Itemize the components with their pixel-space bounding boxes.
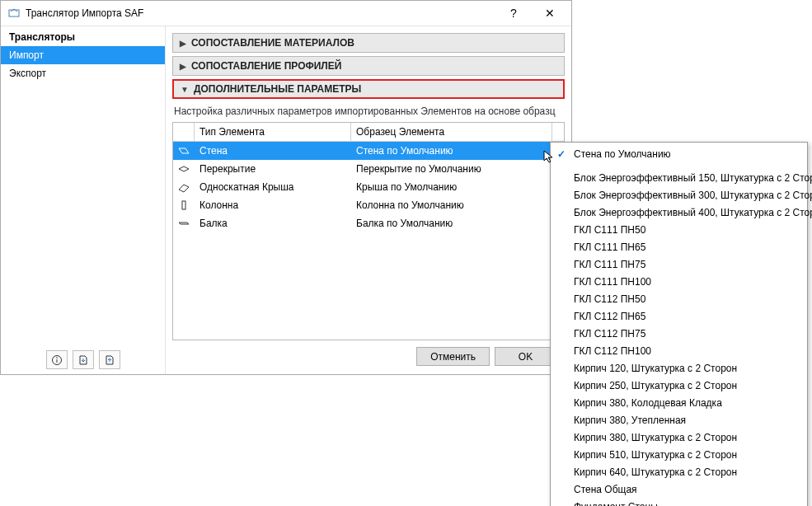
- table-row[interactable]: Колонна Колонна по Умолчанию: [173, 196, 564, 214]
- dropdown-item[interactable]: Кирпич 380, Колодцевая Кладка: [551, 395, 807, 412]
- table-row[interactable]: Односкатная Крыша Крыша по Умолчанию: [173, 178, 564, 196]
- dropdown-item[interactable]: Кирпич 380, Утепленная: [551, 412, 807, 429]
- cell-sample-text: Стена по Умолчанию: [356, 145, 453, 157]
- info-button[interactable]: [46, 350, 68, 369]
- table-header: Тип Элемента Образец Элемента: [173, 123, 564, 142]
- dropdown-item[interactable]: ГКЛ C112 ПН75: [551, 326, 807, 343]
- wall-icon: [173, 145, 195, 157]
- accordion-materials[interactable]: ▶ СОПОСТАВЛЕНИЕ МАТЕРИАЛОВ: [172, 33, 565, 53]
- dropdown-item[interactable]: Блок Энергоэффективный 300, Штукатурка с…: [551, 187, 807, 204]
- cell-sample[interactable]: Колонна по Умолчанию: [351, 199, 564, 211]
- accordion-label: СОПОСТАВЛЕНИЕ МАТЕРИАЛОВ: [191, 37, 354, 49]
- dropdown-item[interactable]: Кирпич 510, Штукатурка с 2 Сторон: [551, 447, 807, 464]
- sidebar-item-export[interactable]: Экспорт: [1, 64, 165, 82]
- dropdown-item[interactable]: Кирпич 120, Штукатурка с 2 Сторон: [551, 360, 807, 377]
- column-icon: [173, 199, 195, 211]
- column-sample[interactable]: Образец Элемента: [351, 123, 552, 141]
- dropdown-item[interactable]: ГКЛ C111 ПН50: [551, 222, 807, 239]
- help-button[interactable]: ?: [495, 2, 532, 25]
- dropdown-item[interactable]: ГКЛ C111 ПН100: [551, 274, 807, 291]
- accordion-label: СОПОСТАВЛЕНИЕ ПРОФИЛЕЙ: [191, 60, 341, 72]
- sidebar: Трансляторы Импорт Экспорт: [1, 26, 166, 374]
- column-type[interactable]: Тип Элемента: [195, 123, 351, 141]
- dropdown-item[interactable]: Стена Общая: [551, 481, 807, 499]
- slab-icon: [173, 163, 195, 175]
- table-body: Стена Стена по Умолчанию ▼ Перекрытие Пе…: [173, 142, 564, 340]
- dialog-body: Трансляторы Импорт Экспорт ▶ СОПОСТАВЛЕН…: [1, 26, 571, 374]
- accordion-additional[interactable]: ▼ ДОПОЛНИТЕЛЬНЫЕ ПАРАМЕТРЫ: [172, 79, 565, 99]
- export-file-button[interactable]: [99, 350, 120, 369]
- column-spacer: [552, 123, 564, 141]
- chevron-down-icon: ▼: [181, 85, 189, 94]
- svg-point-3: [56, 357, 58, 358]
- dropdown-item[interactable]: Блок Энергоэффективный 150, Штукатурка с…: [551, 170, 807, 187]
- chevron-right-icon: ▶: [180, 62, 186, 71]
- column-icon: [173, 123, 195, 141]
- dropdown-item[interactable]: ГКЛ C111 ПН75: [551, 256, 807, 274]
- cell-type: Перекрытие: [195, 163, 351, 175]
- beam-icon: [173, 218, 195, 229]
- close-button[interactable]: ✕: [532, 2, 568, 25]
- cell-sample[interactable]: Стена по Умолчанию ▼: [351, 145, 564, 157]
- cell-type: Балка: [195, 218, 351, 229]
- cell-sample[interactable]: Балка по Умолчанию: [351, 218, 564, 229]
- sidebar-item-import[interactable]: Импорт: [1, 46, 165, 64]
- dropdown-separator: [551, 163, 807, 170]
- table-row[interactable]: Балка Балка по Умолчанию: [173, 214, 564, 232]
- sample-dropdown: Стена по УмолчаниюБлок Энергоэффективный…: [550, 142, 808, 506]
- sidebar-header: Трансляторы: [1, 26, 165, 46]
- accordion-profiles[interactable]: ▶ СОПОСТАВЛЕНИЕ ПРОФИЛЕЙ: [172, 56, 565, 76]
- svg-rect-4: [182, 201, 185, 209]
- roof-icon: [173, 181, 195, 193]
- dialog-title: Транслятор Импорта SAF: [26, 7, 495, 19]
- section-description: Настройка различных параметров импортиро…: [172, 102, 565, 122]
- dialog-window: Транслятор Импорта SAF ? ✕ Трансляторы И…: [0, 0, 572, 375]
- dropdown-item[interactable]: Кирпич 640, Штукатурка с 2 Сторон: [551, 464, 807, 481]
- sidebar-toolbar: [1, 345, 165, 374]
- cell-sample[interactable]: Крыша по Умолчанию: [351, 181, 564, 193]
- cell-type: Односкатная Крыша: [195, 181, 351, 193]
- cancel-button[interactable]: Отменить: [416, 347, 490, 366]
- sidebar-items: Импорт Экспорт: [1, 46, 165, 345]
- table-row[interactable]: Стена Стена по Умолчанию ▼: [173, 142, 564, 160]
- dropdown-item[interactable]: Блок Энергоэффективный 400, Штукатурка с…: [551, 204, 807, 222]
- cell-sample[interactable]: Перекрытие по Умолчанию: [351, 163, 564, 175]
- dropdown-item[interactable]: Фундамент Стены: [551, 499, 807, 506]
- dropdown-item[interactable]: Кирпич 380, Штукатурка с 2 Сторон: [551, 429, 807, 447]
- cell-type: Колонна: [195, 199, 351, 211]
- accordion-label: ДОПОЛНИТЕЛЬНЫЕ ПАРАМЕТРЫ: [194, 83, 361, 95]
- dropdown-item[interactable]: ГКЛ C111 ПН65: [551, 239, 807, 256]
- app-icon: [7, 7, 21, 20]
- dropdown-item[interactable]: Кирпич 250, Штукатурка с 2 Сторон: [551, 377, 807, 395]
- dropdown-item[interactable]: ГКЛ C112 ПН50: [551, 291, 807, 308]
- dropdown-item[interactable]: Стена по Умолчанию: [551, 146, 807, 163]
- dropdown-item[interactable]: ГКЛ C112 ПН100: [551, 343, 807, 360]
- chevron-right-icon: ▶: [180, 39, 186, 48]
- import-file-button[interactable]: [73, 350, 94, 369]
- main-panel: ▶ СОПОСТАВЛЕНИЕ МАТЕРИАЛОВ ▶ СОПОСТАВЛЕН…: [166, 26, 571, 374]
- table-row[interactable]: Перекрытие Перекрытие по Умолчанию: [173, 160, 564, 178]
- ok-button[interactable]: OK: [495, 347, 556, 366]
- dialog-footer: Отменить OK: [172, 340, 565, 374]
- cell-type: Стена: [195, 145, 351, 157]
- parameters-table: Тип Элемента Образец Элемента Стена Стен…: [172, 122, 565, 340]
- titlebar[interactable]: Транслятор Импорта SAF ? ✕: [1, 1, 571, 26]
- svg-rect-0: [9, 10, 19, 16]
- dropdown-item[interactable]: ГКЛ C112 ПН65: [551, 308, 807, 326]
